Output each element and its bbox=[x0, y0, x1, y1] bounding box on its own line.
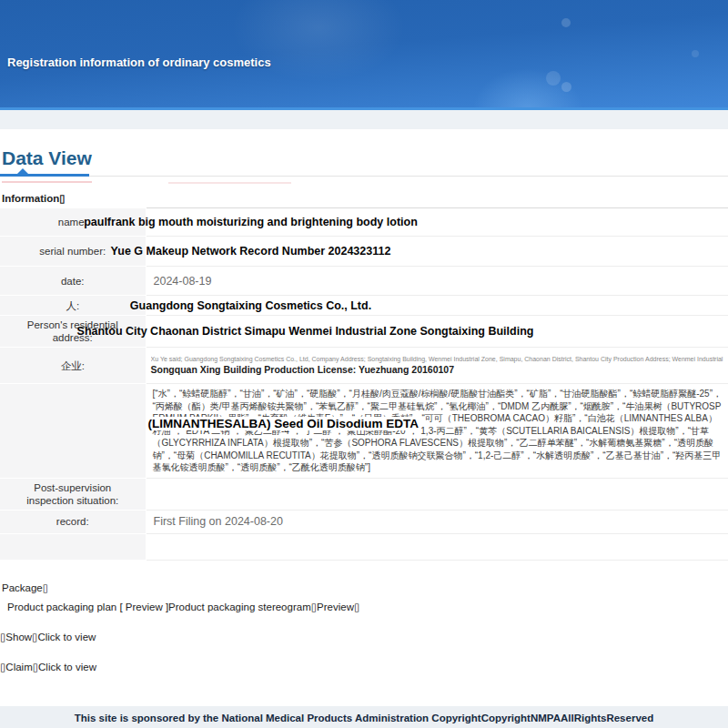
banner-bubble-decoration bbox=[561, 82, 571, 92]
show-click-to-view-link[interactable]: Click to view bbox=[37, 632, 96, 642]
tab-data-view[interactable]: Data View bbox=[0, 147, 728, 169]
banner-bubble-decoration bbox=[546, 71, 561, 86]
sub-header-bar bbox=[0, 110, 728, 129]
package-links-row: Product packaging plan [ Preview ]Produc… bbox=[7, 601, 728, 613]
show-label: ▯Show▯ bbox=[0, 632, 37, 642]
banner-bubble-decoration bbox=[692, 50, 699, 57]
field-label-post-supervision: Post-supervision inspection situation: bbox=[0, 478, 146, 510]
date-value: 2024-08-19 bbox=[151, 275, 212, 288]
ingredient-translation-overlay: (LIMNANTHESALBA) Seed Oil Disodium EDTA bbox=[148, 417, 422, 430]
tab-underline-rule bbox=[0, 176, 728, 177]
field-value-post-supervision bbox=[146, 478, 728, 510]
page-footer: This site is sponsored by the National M… bbox=[0, 706, 728, 728]
record-value: First Filing on 2024-08-20 bbox=[151, 515, 283, 528]
table-row: 企业: Xu Ye said; Guangdong Songtaixing Co… bbox=[0, 348, 728, 384]
table-row: serial number: Yue G Makeup Network Reco… bbox=[0, 237, 728, 267]
field-value-residential-address: Shantou City Chaonan District Simapu Wen… bbox=[146, 316, 728, 348]
field-label-enterprise: 企业: bbox=[0, 348, 146, 384]
package-stereogram-label: Product packaging stereogram bbox=[168, 602, 311, 612]
table-row: date: 2024-08-19 bbox=[0, 267, 728, 296]
table-row: 人: Guangdong Songtaixing Cosmetics Co., … bbox=[0, 296, 728, 316]
ingredients-list-text: [“水”，“鲸蜡硬脂醇”，“甘油”，“矿油”，“硬脂酸”，“月桂酸/肉豆蔻酸/棕… bbox=[151, 386, 724, 476]
show-row: ▯Show▯Click to view bbox=[0, 631, 728, 643]
table-row: record: First Filing on 2024-08-20 bbox=[0, 510, 728, 533]
table-row: Person's residential address: Shantou Ci… bbox=[0, 316, 728, 348]
package-plan-label: Product packaging plan bbox=[7, 602, 116, 612]
empty-value bbox=[151, 541, 154, 553]
company-name-value: Guangdong Songtaixing Cosmetics Co., Ltd… bbox=[15, 299, 488, 312]
banner-bubble-decoration bbox=[561, 18, 571, 27]
package-stereogram-preview-link[interactable]: ▯Preview▯ bbox=[311, 602, 360, 612]
field-label-date: date: bbox=[0, 267, 146, 296]
registration-info-table: name: paulfrank big mouth moisturizing a… bbox=[0, 207, 728, 561]
field-label-record: record: bbox=[0, 510, 146, 533]
field-value-record: First Filing on 2024-08-20 bbox=[146, 510, 728, 533]
footer-copyright-text: This site is sponsored by the National M… bbox=[0, 713, 728, 723]
package-section-heading: Package▯ bbox=[2, 581, 728, 594]
serial-number-value: Yue G Makeup Network Record Number 20243… bbox=[15, 245, 488, 258]
tab-active-indicator bbox=[0, 174, 89, 177]
package-plan-preview-link[interactable]: [ Preview ] bbox=[119, 602, 168, 612]
field-value-serial-number: Yue G Makeup Network Record Number 20243… bbox=[146, 237, 728, 267]
field-label-empty bbox=[0, 533, 146, 560]
field-label-ingredients bbox=[0, 384, 146, 479]
information-section-label: Information▯ bbox=[2, 192, 728, 205]
banner-title: Registration information of ordinary cos… bbox=[7, 56, 271, 69]
table-row: [“水”，“鲸蜡硬脂醇”，“甘油”，“矿油”，“硬脂酸”，“月桂酸/肉豆蔻酸/棕… bbox=[0, 384, 728, 479]
claim-row: ▯Claim▯Click to view bbox=[0, 661, 728, 673]
product-name-value: paulfrank big mouth moisturizing and bri… bbox=[15, 216, 488, 228]
field-value-person: Guangdong Songtaixing Cosmetics Co., Ltd… bbox=[146, 296, 728, 316]
faint-marker bbox=[2, 181, 92, 183]
field-value-name: paulfrank big mouth moisturizing and bri… bbox=[146, 208, 728, 237]
address-value: Shantou City Chaonan District Simapu Wen… bbox=[33, 325, 579, 338]
field-value-date: 2024-08-19 bbox=[146, 267, 728, 296]
claim-click-to-view-link[interactable]: Click to view bbox=[38, 662, 96, 672]
field-value-enterprise: Xu Ye said; Guangdong Songtaixing Cosmet… bbox=[146, 348, 728, 384]
claim-label: ▯Claim▯ bbox=[0, 662, 38, 672]
post-supervision-value bbox=[151, 488, 154, 500]
field-value-empty bbox=[146, 533, 728, 560]
data-view-section: Data View bbox=[0, 147, 728, 177]
table-row: Post-supervision inspection situation: bbox=[0, 478, 728, 510]
table-row bbox=[0, 533, 728, 560]
page-banner: Registration information of ordinary cos… bbox=[0, 0, 728, 110]
banner-glow-decoration bbox=[232, 0, 405, 82]
table-row: name: paulfrank big mouth moisturizing a… bbox=[0, 208, 728, 237]
field-value-ingredients: [“水”，“鲸蜡硬脂醇”，“甘油”，“矿油”，“硬脂酸”，“月桂酸/肉豆蔻酸/棕… bbox=[146, 384, 728, 479]
faint-marker bbox=[168, 182, 291, 184]
enterprise-detail-text: Xu Ye said; Guangdong Songtaixing Cosmet… bbox=[151, 356, 724, 363]
production-license-value: Songquan Xing Building Production Licens… bbox=[151, 364, 724, 375]
